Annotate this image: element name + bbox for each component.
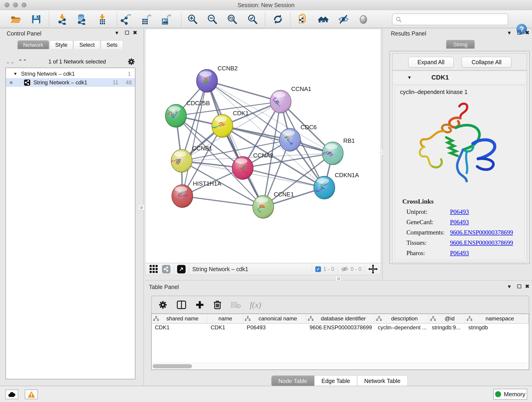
tab-sets[interactable]: Sets [101,40,123,49]
tree-expander-icon[interactable]: ▼ [13,71,17,76]
tab-select[interactable]: Select [74,40,100,49]
table-row[interactable]: CDK1CDK1P064939606.ENSP00000378699cyclin… [152,324,529,332]
tab-edge-table[interactable]: Edge Table [314,375,357,386]
grid-view-icon[interactable] [149,264,158,274]
horizontal-splitter-handle[interactable] [336,276,341,281]
show-all-button[interactable] [358,14,369,25]
network-node-ccnb1[interactable]: CCNB1 [171,145,212,172]
column-header-namespace[interactable]: namespace [465,314,529,323]
float-panel-icon[interactable]: ▼ [507,31,512,36]
table-cell[interactable]: 9606.ENSP00000378699 [306,324,374,332]
selected-checkbox-icon[interactable]: ✓ [315,266,321,272]
import-string-button[interactable] [298,14,308,25]
column-header-database-identifier[interactable]: database identifier [306,314,375,323]
warnings-button[interactable] [25,389,38,399]
network-share-icon[interactable] [162,265,171,274]
column-header-description[interactable]: description [375,314,429,323]
export-image-button[interactable] [160,14,171,25]
network-collection-row[interactable]: ▼ String Network – cdk1 1 [6,70,135,78]
zoom-in-button[interactable] [187,14,198,25]
first-neighbors-button[interactable] [318,14,329,25]
float-panel-icon[interactable]: ▼ [507,284,512,289]
save-session-button[interactable] [31,14,42,25]
network-options-gear-icon[interactable] [127,57,135,66]
import-network-database-button[interactable] [76,14,87,25]
node-label: HIST1H1A [193,180,222,187]
table-cell[interactable]: P06493 [244,324,306,332]
zoom-selected-button[interactable] [247,14,258,25]
tab-string[interactable]: String [446,40,475,49]
hide-selected-button[interactable] [338,14,349,25]
float-panel-icon[interactable]: ▼ [114,31,119,36]
close-panel-icon[interactable]: ✖ [133,30,137,35]
column-header--id[interactable]: @id [429,314,465,323]
import-network-file-button[interactable] [57,14,68,25]
network-node-ccne1[interactable]: CCNE1 [253,191,294,218]
fit-selected-crosshair-icon[interactable] [368,264,378,274]
close-panel-icon[interactable]: ✖ [525,284,529,289]
expand-all-icon[interactable]: ⌃⌃ [18,58,27,65]
search-input[interactable] [404,16,508,23]
status-bar: Memory [0,386,532,402]
tab-node-table[interactable]: Node Table [271,375,314,386]
network-node-hist1h1a[interactable]: HIST1H1A [172,180,221,208]
open-session-button[interactable] [10,14,21,25]
collapse-all-icon[interactable]: ⌄⌄ [6,58,15,65]
tab-network-table[interactable]: Network Table [357,375,408,386]
cloud-status-button[interactable] [5,389,18,399]
delete-column-trash-icon[interactable] [213,300,222,310]
column-header-canonical-name[interactable]: canonical name [243,314,306,323]
crosslink-link[interactable]: P06493 [450,208,469,215]
table-cell[interactable]: cyclin–dependent ... [375,324,429,332]
hidden-counts: 0 - 0 [351,266,361,272]
network-canvas[interactable]: CCNB2CCNA1CDC25BCDK1CDC6RB1CCNB1CCNA2CDK… [145,29,381,263]
network-node-rb1[interactable]: RB1 [322,138,355,165]
network-edge[interactable] [207,81,263,207]
maximize-panel-icon[interactable] [125,31,129,35]
crosslink-link[interactable]: P06493 [450,249,469,256]
memory-button[interactable]: Memory [493,389,527,400]
tab-network[interactable]: Network [17,40,49,49]
export-network-button[interactable] [120,14,131,25]
tab-style[interactable]: Style [50,40,73,49]
window-title: Session: New Session [0,2,532,8]
network-edge[interactable] [182,196,263,207]
column-header-shared-name[interactable]: shared name [152,314,207,323]
export-table-button[interactable] [140,14,152,25]
node-section-header[interactable]: ▼ CDK1 [393,71,527,84]
table-cell[interactable]: stringdb [465,324,529,332]
maximize-panel-icon[interactable] [517,284,521,288]
crosslink-link[interactable]: P06493 [450,219,469,225]
zoom-out-button[interactable] [207,14,218,25]
maximize-panel-icon[interactable] [517,31,521,35]
expand-all-button[interactable]: Expand All [408,57,454,68]
refresh-button[interactable] [272,14,283,25]
split-columns-icon[interactable] [177,300,186,309]
crosslink-link[interactable]: 9606.ENSP00000378699 [450,229,513,236]
column-header-name[interactable]: name [207,314,243,323]
table-horizontal-scrollbar[interactable] [152,363,529,370]
section-collapse-icon[interactable]: ▼ [407,75,412,80]
table-gear-icon[interactable] [158,300,168,310]
network-node-ccna1[interactable]: CCNA1 [270,86,311,113]
collapse-all-button[interactable]: Collapse All [462,57,511,68]
crosslink-link[interactable]: 9606.ENSP00000378699 [450,239,513,246]
detach-view-icon[interactable] [177,265,186,274]
network-node-cdc25b[interactable]: CDC25B [165,100,210,127]
network-node-cdkn1a[interactable]: CDKN1A [314,172,359,199]
network-edge[interactable] [182,81,207,196]
crosslink-label: Tissues: [406,239,450,246]
table-cell[interactable]: CDK1 [152,324,207,332]
node-label: CCNA1 [291,86,311,92]
import-table-button[interactable] [97,14,108,25]
network-row-selected[interactable]: String Network – cdk1 11 48 [6,78,135,87]
close-panel-icon[interactable]: ✖ [525,30,529,35]
add-column-icon[interactable] [195,300,204,309]
scrollbar-thumb[interactable] [152,364,192,368]
zoom-fit-button[interactable] [227,14,238,25]
table-cell[interactable]: stringdb:9... [428,324,465,332]
zoom-out-icon [207,14,218,25]
zoom-selected-icon [247,14,258,25]
left-splitter-handle[interactable] [138,205,144,210]
table-cell[interactable]: CDK1 [207,324,244,332]
